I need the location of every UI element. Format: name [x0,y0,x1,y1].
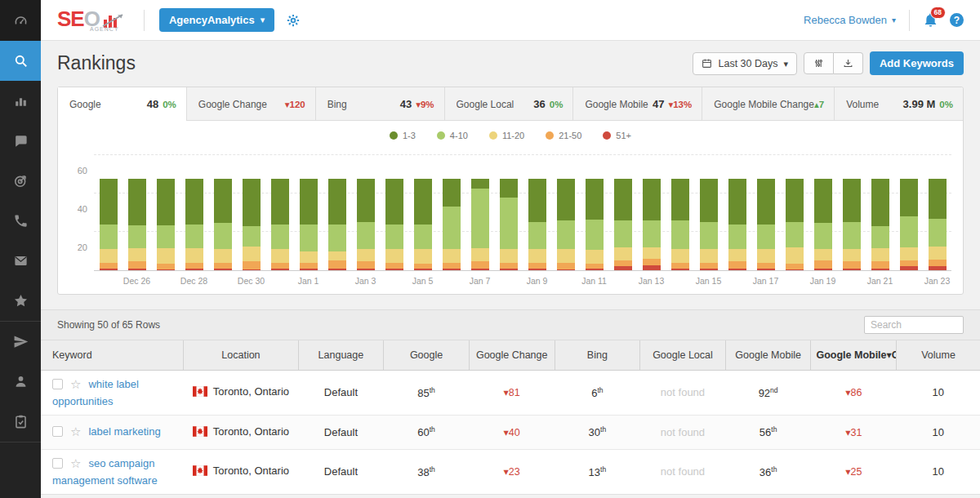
sidebar-item-rankings[interactable] [0,41,41,81]
bar-segment-21-50 [643,259,661,265]
sidebar-item-tasks[interactable] [0,402,41,442]
sidebar-item-clients[interactable] [0,362,41,402]
add-keywords-button[interactable]: Add Keywords [870,51,964,75]
rank-value: 56th [760,426,777,438]
search-input[interactable] [864,316,964,334]
tab-google[interactable]: Google 48 0% [58,87,186,121]
clipboard-check-icon [13,414,29,429]
stacked-bar-dec-25 [100,179,118,270]
tab-bing[interactable]: Bing 43 ▾9% [315,87,444,120]
bar-segment-51 [128,269,146,270]
column-header-google-mobile[interactable]: Google Mobile [725,340,811,370]
keyword-link[interactable]: seo campaign management software [52,457,158,487]
sidebar-item-social[interactable] [0,121,41,161]
tab-metrics: 36 0% [533,98,563,110]
date-range-button[interactable]: Last 30 Days [693,52,797,75]
star-icon[interactable] [70,377,81,391]
sidebar-item-email[interactable] [0,241,41,281]
user-menu[interactable]: Rebecca Bowden [804,14,896,26]
bar-segment-21-50 [671,263,689,269]
bar-segment-21-50 [500,263,518,269]
help-icon[interactable]: ? [950,13,964,27]
tab-label: Google Change [198,99,267,110]
gear-icon[interactable] [286,13,301,28]
legend-label: 21-50 [559,131,581,140]
legend-item-11-20[interactable]: 11-20 [489,131,524,140]
bar-slot [580,149,608,270]
bar-segment-4-10 [128,225,146,248]
legend-item-1-3[interactable]: 1-3 [390,131,416,140]
x-axis-label [780,276,808,286]
column-header-google[interactable]: Google [384,340,470,370]
column-header-bing[interactable]: Bing [555,340,640,370]
sidebar-item-goals[interactable] [0,161,41,201]
keyword-link[interactable]: label marketing [88,425,160,438]
keyword-link[interactable]: white label opportunities [52,378,139,408]
column-header-google-mobile-ch[interactable]: Google Mobile▾Ch [811,340,897,370]
rank-value: 60th [417,426,435,438]
change-value: ▾23 [504,466,520,478]
sidebar-item-reviews[interactable] [0,281,41,321]
rank-value: 85th [417,387,435,399]
tab-change: ▾120 [285,99,305,110]
filter-columns-button[interactable] [804,52,834,74]
row-checkbox[interactable] [52,379,63,389]
sidebar-item-reports[interactable] [0,322,41,362]
sidebar-item-calls[interactable] [0,201,41,241]
bar-slot [265,149,294,270]
keywords-table: KeywordLocationLanguageGoogleGoogle Chan… [41,340,980,494]
download-button[interactable] [834,52,863,74]
bar-segment-51 [157,269,175,270]
notifications-bell-icon[interactable]: 68 [923,12,938,28]
row-checkbox[interactable] [52,426,63,437]
sidebar-item-analytics[interactable] [0,81,41,121]
bar-segment-51 [100,269,118,270]
tab-google-change[interactable]: Google Change ▾120 [186,87,315,120]
cell-text: not found [661,465,705,478]
tab-google-mobile-change[interactable]: Google Mobile Change ▴7 [702,87,834,120]
star-icon[interactable] [70,425,81,438]
tab-google-mobile[interactable]: Google Mobile 47 ▾13% [572,87,702,120]
column-header-language[interactable]: Language [298,340,384,370]
bar-segment-51 [328,269,346,270]
person-icon [13,374,29,389]
column-header-keyword[interactable]: Keyword [41,340,184,370]
target-arrow-icon [13,173,29,189]
table-row: seo campaign management softwareToronto,… [41,449,980,494]
star-icon[interactable] [70,456,81,470]
workspace-dropdown-button[interactable]: AgencyAnalytics [159,8,274,32]
legend-item-21-50[interactable]: 21-50 [546,131,581,140]
legend-item-4-10[interactable]: 4-10 [437,131,468,140]
column-header-volume[interactable]: Volume [897,340,980,370]
tab-change: ▾13% [668,99,692,110]
x-axis-label [894,276,923,286]
column-header-google-change[interactable]: Google Change [469,340,555,370]
column-header-google-local[interactable]: Google Local [640,340,726,370]
bar-segment-21-50 [443,263,461,269]
bar-segment-51 [471,269,489,270]
stacked-bar-jan-11 [586,179,604,270]
bar-segment-11-20 [929,247,947,260]
change-value: ▾81 [504,387,520,398]
column-header-location[interactable]: Location [184,340,298,370]
sidebar-item-dashboard[interactable] [0,0,41,41]
bar-slot [808,149,837,270]
bar-slot [666,149,694,270]
rows-summary: Showing 50 of 65 Rows [57,319,160,331]
tab-google-local[interactable]: Google Local 36 0% [444,87,573,120]
row-checkbox[interactable] [52,458,63,469]
sidebar-divider [0,442,41,442]
cell-text: 10 [933,465,944,478]
bar-slot [466,149,494,270]
bar-slot [294,149,323,270]
bar-segment-51 [843,269,861,270]
bar-segment-11-20 [728,249,746,261]
bar-segment-51 [528,269,546,270]
stacked-bar-jan-6 [443,179,461,270]
tab-volume[interactable]: Volume 3.99 M 0% [834,87,963,120]
gauge-icon [13,13,29,29]
legend-item-51[interactable]: 51+ [603,131,631,140]
bar-segment-51 [700,269,718,270]
star-nav-icon [13,293,29,309]
brand-logo[interactable]: SEO AGENCY [57,8,129,33]
